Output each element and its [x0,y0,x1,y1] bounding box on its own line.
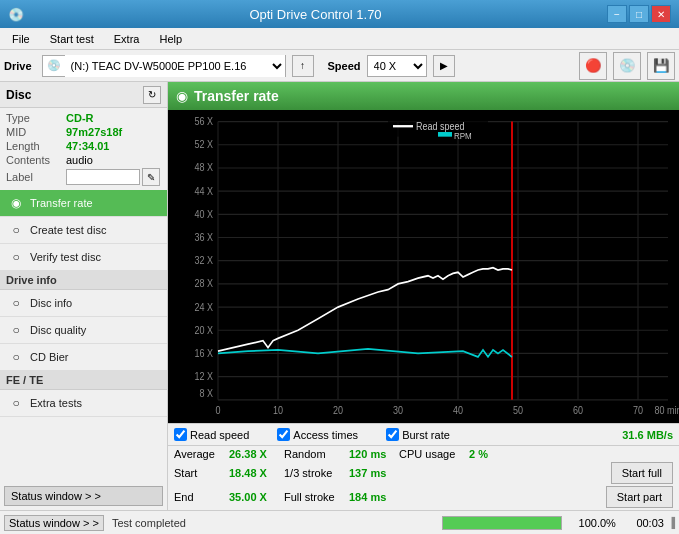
disc-contents-row: Contents audio [6,154,161,166]
disc-info-panel: Type CD-R MID 97m27s18f Length 47:34.01 … [0,108,167,190]
nav-cd-bier[interactable]: ○ CD Bier [0,344,167,371]
drive-refresh-button[interactable]: ↑ [292,55,314,77]
nav-disc-quality[interactable]: ○ Disc quality [0,317,167,344]
disc-info-icon: ○ [8,295,24,311]
extra-tests-icon: ○ [8,395,24,411]
stats-row-2: Start 18.48 X 1/3 stroke 137 ms Start fu… [174,462,673,484]
burst-rate-checkbox[interactable] [386,428,399,441]
random-value: 120 ms [349,448,399,460]
svg-text:24 X: 24 X [194,301,213,313]
stats-row-1: Average 26.38 X Random 120 ms CPU usage … [174,448,673,460]
svg-text:52 X: 52 X [194,139,213,151]
disc-title: Disc [6,88,31,102]
content-header: ◉ Transfer rate [168,82,679,110]
third-stroke-label: 1/3 stroke [284,467,349,479]
burst-rate-checkbox-label[interactable]: Burst rate [386,428,450,441]
status-bar: Status window > > Test completed 100.0% … [0,510,679,534]
mid-key: MID [6,126,66,138]
transfer-chart: 56 X 52 X 48 X 44 X 40 X 36 X 32 X 28 X … [168,110,679,423]
progress-percentage: 100.0% [566,517,616,529]
progress-bar-container [442,516,562,530]
create-test-icon: ○ [8,222,24,238]
burst-rate-label: Burst rate [402,429,450,441]
status-indicator: ▐ [668,517,675,528]
menu-bar: File Start test Extra Help [0,28,679,50]
status-window-sidebar-button[interactable]: Status window > > [4,486,163,506]
menu-help[interactable]: Help [151,31,190,47]
svg-text:60: 60 [573,404,584,416]
app-title: Opti Drive Control 1.70 [24,7,607,22]
nav-verify-test-disc[interactable]: ○ Verify test disc [0,244,167,271]
svg-rect-0 [168,110,679,423]
fe-te-section[interactable]: FE / TE [0,371,167,390]
save-button[interactable]: 💾 [647,52,675,80]
access-times-checkbox[interactable] [277,428,290,441]
full-stroke-value: 184 ms [349,491,399,503]
cpu-usage-label: CPU usage [399,448,469,460]
disc-header: Disc ↻ [0,82,167,108]
label-input[interactable] [66,169,140,185]
transfer-rate-icon: ◉ [8,195,24,211]
third-stroke-value: 137 ms [349,467,399,479]
start-part-button[interactable]: Start part [606,486,673,508]
drive-label: Drive [4,60,32,72]
nav-create-test-disc[interactable]: ○ Create test disc [0,217,167,244]
start-full-button[interactable]: Start full [611,462,673,484]
nav-extra-tests[interactable]: ○ Extra tests [0,390,167,417]
title-bar: 💿 Opti Drive Control 1.70 − □ ✕ [0,0,679,28]
nav-disc-info[interactable]: ○ Disc info [0,290,167,317]
status-window-button[interactable]: Status window > > [4,515,104,531]
drive-info-section[interactable]: Drive info [0,271,167,290]
drive-select[interactable]: (N:) TEAC DV-W5000E PP100 E.16 [65,55,285,77]
disc-erase-button[interactable]: 🔴 [579,52,607,80]
stats-grid: Average 26.38 X Random 120 ms CPU usage … [168,445,679,510]
disc-refresh-button[interactable]: ↻ [143,86,161,104]
minimize-button[interactable]: − [607,5,627,23]
speed-label: Speed [328,60,361,72]
label-edit-button[interactable]: ✎ [142,168,160,186]
svg-text:48 X: 48 X [194,162,213,174]
access-times-checkbox-label[interactable]: Access times [277,428,358,441]
label-key: Label [6,171,66,183]
svg-text:30: 30 [393,404,404,416]
svg-text:8 X: 8 X [199,388,213,400]
svg-text:RPM: RPM [454,130,472,141]
transfer-icon: ◉ [176,88,188,104]
full-stroke-label: Full stroke [284,491,349,503]
close-button[interactable]: ✕ [651,5,671,23]
main-content: Disc ↻ Type CD-R MID 97m27s18f Length 47… [0,82,679,510]
average-value: 26.38 X [229,448,284,460]
speed-select[interactable]: 40 X [367,55,427,77]
average-label: Average [174,448,229,460]
random-label: Random [284,448,349,460]
disc-quality-icon: ○ [8,322,24,338]
maximize-button[interactable]: □ [629,5,649,23]
status-text: Test completed [108,517,438,529]
nav-disc-quality-label: Disc quality [30,324,86,336]
burst-rate-value: 31.6 MB/s [622,429,673,441]
menu-extra[interactable]: Extra [106,31,148,47]
read-speed-checkbox-label[interactable]: Read speed [174,428,249,441]
end-label: End [174,491,229,503]
svg-text:70: 70 [633,404,644,416]
svg-text:10: 10 [273,404,284,416]
stats-checkbox-bar: Read speed Access times Burst rate 31.6 … [168,423,679,445]
nav-extra-tests-label: Extra tests [30,397,82,409]
stats-row-3: End 35.00 X Full stroke 184 ms Start par… [174,486,673,508]
cpu-usage-value: 2 % [469,448,499,460]
menu-file[interactable]: File [4,31,38,47]
nav-create-test-label: Create test disc [30,224,106,236]
disc-length-row: Length 47:34.01 [6,140,161,152]
nav-transfer-rate[interactable]: ◉ Transfer rate [0,190,167,217]
menu-start-test[interactable]: Start test [42,31,102,47]
right-panel: ◉ Transfer rate [168,82,679,510]
svg-rect-48 [438,132,452,137]
app-icon: 💿 [8,7,24,22]
read-speed-checkbox[interactable] [174,428,187,441]
end-value: 35.00 X [229,491,284,503]
svg-text:40: 40 [453,404,464,416]
speed-apply-button[interactable]: ▶ [433,55,455,77]
disc-info-button[interactable]: 💿 [613,52,641,80]
svg-text:32 X: 32 X [194,255,213,267]
contents-key: Contents [6,154,66,166]
